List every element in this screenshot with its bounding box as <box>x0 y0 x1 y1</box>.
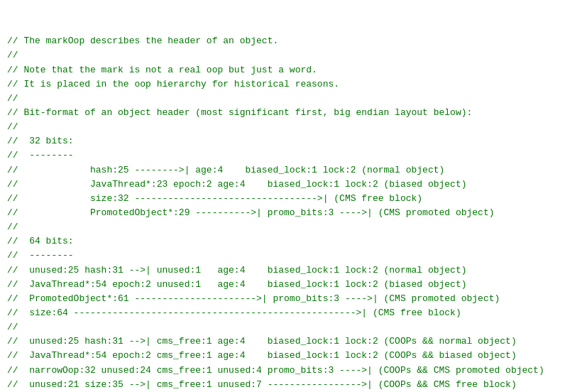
code-line: // Bit-format of an object header (most … <box>7 106 558 120</box>
code-line: // 32 bits: <box>7 134 558 148</box>
code-line: // The markOop describes the header of a… <box>7 34 558 48</box>
code-line: // PromotedObject*:61 ------------------… <box>7 292 558 306</box>
code-line: // <box>7 48 558 62</box>
code-line: // 64 bits: <box>7 234 558 249</box>
code-container: // The markOop describes the header of a… <box>0 0 565 392</box>
code-line: // size:32 -----------------------------… <box>7 192 558 206</box>
code-line: // unused:25 hash:31 -->| unused:1 age:4… <box>7 263 558 278</box>
code-line: // <box>7 120 558 134</box>
code-line: // PromotedObject*:29 ---------->| promo… <box>7 206 558 220</box>
code-line: // narrowOop:32 unused:24 cms_free:1 unu… <box>7 364 558 378</box>
code-line: // size:64 -----------------------------… <box>7 306 558 320</box>
code-line: // -------- <box>7 148 558 163</box>
code-line: // Note that the mark is not a real oop … <box>7 63 558 77</box>
code-line: // <box>7 92 558 106</box>
code-line: // JavaThread*:23 epoch:2 age:4 biased_l… <box>7 178 558 192</box>
code-line: // hash:25 -------->| age:4 biased_lock:… <box>7 163 558 178</box>
code-line: // JavaThread*:54 epoch:2 unused:1 age:4… <box>7 278 558 292</box>
code-line: // It is placed in the oop hierarchy for… <box>7 77 558 92</box>
code-line: // <box>7 220 558 234</box>
code-line: // unused:25 hash:31 -->| cms_free:1 age… <box>7 334 558 349</box>
code-line: // <box>7 320 558 334</box>
code-line: // JavaThread*:54 epoch:2 cms_free:1 age… <box>7 349 558 363</box>
code-line: // -------- <box>7 249 558 263</box>
code-lines: // The markOop describes the header of a… <box>7 34 558 392</box>
code-line: // unused:21 size:35 -->| cms_free:1 unu… <box>7 378 558 392</box>
